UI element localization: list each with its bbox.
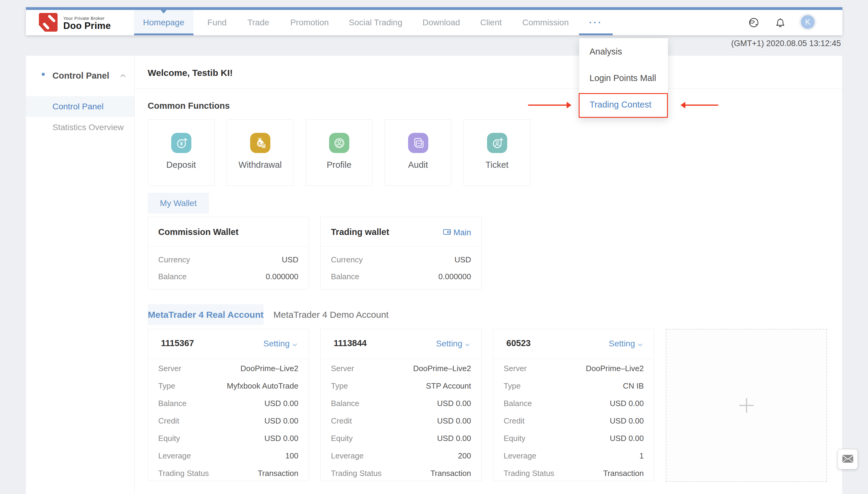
setting-dropdown-button[interactable]: Setting xyxy=(436,339,470,348)
row-value: USD 0.00 xyxy=(610,416,644,425)
row-label: Leverage xyxy=(158,451,191,460)
row-value: USD 0.00 xyxy=(437,416,471,425)
account-number: 1115367 xyxy=(161,338,194,348)
row-value: 100 xyxy=(285,451,298,460)
top-nav-bar: Your Private Broker Doo Prime Homepage F… xyxy=(26,7,843,35)
sidebar-item-control-panel[interactable]: Control Panel xyxy=(26,96,134,117)
function-card-profile[interactable]: Profile xyxy=(306,119,372,186)
account-card: 1115367 Setting ServerDooPrime–Live2 Typ… xyxy=(148,329,309,481)
nav-item-more-menu[interactable]: ··· xyxy=(589,10,603,35)
row-value: DooPrime–Live2 xyxy=(413,364,471,373)
contact-mail-button[interactable] xyxy=(837,449,858,469)
ticket-icon xyxy=(487,133,507,153)
setting-dropdown-button[interactable]: Setting xyxy=(263,339,297,348)
tab-mt4-demo-account[interactable]: MetaTrader 4 Demo Account xyxy=(273,304,388,325)
row-label: Trading Status xyxy=(504,469,554,478)
nav-item-promotion[interactable]: Promotion xyxy=(290,10,329,35)
function-label: Ticket xyxy=(464,160,530,170)
row-value: STP Account xyxy=(426,381,471,391)
wallet-row: Currency USD xyxy=(148,255,309,264)
nav-item-homepage[interactable]: Homepage xyxy=(143,10,184,35)
wallet-icon xyxy=(443,228,451,238)
language-globe-icon[interactable] xyxy=(749,10,759,35)
row-label: Credit xyxy=(504,416,524,425)
row-label: Leverage xyxy=(504,451,536,460)
row-label: Leverage xyxy=(331,451,364,460)
svg-text:$: $ xyxy=(258,141,261,146)
wallet-row: Balance 0.000000 xyxy=(148,272,309,281)
add-account-card[interactable] xyxy=(666,329,827,482)
row-value: 0.000000 xyxy=(266,272,298,281)
row-value: Myfxbook AutoTrade xyxy=(227,381,299,391)
row-label: Equity xyxy=(504,434,525,443)
main-link-label: Main xyxy=(453,228,471,238)
row-label: Balance xyxy=(331,399,359,408)
doo-prime-logo-icon[interactable] xyxy=(39,13,58,32)
function-card-audit[interactable]: ¥ Audit xyxy=(385,119,451,186)
tab-mt4-real-account[interactable]: MetaTrader 4 Real Account xyxy=(148,304,264,325)
withdrawal-icon: $ xyxy=(250,133,270,153)
row-label: Trading Status xyxy=(331,469,382,478)
sidebar-bullet-icon xyxy=(42,73,44,76)
row-value: 1 xyxy=(640,451,644,460)
row-value: USD xyxy=(282,255,298,264)
function-card-ticket[interactable]: Ticket xyxy=(464,119,531,186)
common-functions-title: Common Functions xyxy=(148,101,230,111)
row-label: Currency xyxy=(158,255,190,264)
row-label: Server xyxy=(504,364,527,373)
row-label: Type xyxy=(331,381,348,391)
row-label: Type xyxy=(158,381,175,391)
nav-item-download[interactable]: Download xyxy=(423,10,460,35)
row-value: USD 0.00 xyxy=(437,399,471,408)
row-label: Credit xyxy=(331,416,352,425)
sidebar-item-statistics-overview[interactable]: Statistics Overview xyxy=(26,117,134,138)
chevron-down-icon xyxy=(465,339,470,348)
row-value: USD 0.00 xyxy=(437,434,471,443)
setting-label: Setting xyxy=(436,339,462,348)
card-divider xyxy=(148,359,309,359)
row-label: Currency xyxy=(331,255,363,264)
row-label: Server xyxy=(331,364,354,373)
chevron-up-icon[interactable] xyxy=(120,73,126,79)
row-label: Balance xyxy=(158,399,187,408)
function-label: Audit xyxy=(385,160,451,170)
nav-item-fund[interactable]: Fund xyxy=(207,10,227,35)
main-wallet-link[interactable]: Main xyxy=(443,228,471,238)
commission-wallet-card: Commission Wallet Currency USD Balance 0… xyxy=(148,217,309,289)
welcome-heading: Welcome, Testib KI! xyxy=(148,68,233,78)
sidebar-group-header[interactable]: Control Panel xyxy=(52,71,109,81)
card-divider xyxy=(321,359,481,359)
row-value: Transaction xyxy=(603,469,644,478)
account-number: 1113844 xyxy=(334,338,367,348)
notification-bell-icon[interactable] xyxy=(775,10,786,35)
nav-item-client[interactable]: Client xyxy=(480,10,502,35)
row-label: Balance xyxy=(331,272,359,281)
menu-item-login-points-mall[interactable]: Login Points Mall xyxy=(579,65,668,91)
nav-item-social-trading[interactable]: Social Trading xyxy=(349,10,402,35)
row-value: USD 0.00 xyxy=(264,434,298,443)
user-avatar[interactable]: K xyxy=(801,15,815,29)
nav-accent-strip xyxy=(26,7,843,10)
card-divider xyxy=(148,246,309,247)
chevron-down-icon xyxy=(638,339,643,348)
row-label: Balance xyxy=(504,399,532,408)
menu-item-analysis[interactable]: Analysis xyxy=(579,38,668,65)
nav-item-commission[interactable]: Commission xyxy=(522,10,569,35)
row-value: CN IB xyxy=(623,381,644,391)
audit-icon: ¥ xyxy=(408,133,428,153)
function-card-withdrawal[interactable]: $ Withdrawal xyxy=(227,119,294,186)
wallet-title: Trading wallet xyxy=(331,227,389,237)
row-value: USD 0.00 xyxy=(264,416,298,425)
sidebar: Control Panel Control Panel Statistics O… xyxy=(26,56,135,494)
chevron-down-icon xyxy=(292,339,297,348)
setting-label: Setting xyxy=(263,339,290,348)
setting-dropdown-button[interactable]: Setting xyxy=(609,339,643,348)
function-label: Deposit xyxy=(148,160,214,170)
tab-my-wallet[interactable]: My Wallet xyxy=(148,193,209,213)
row-label: Balance xyxy=(158,272,187,281)
nav-item-trade[interactable]: Trade xyxy=(247,10,269,35)
row-label: Trading Status xyxy=(158,469,209,478)
function-card-deposit[interactable]: ¥ Deposit xyxy=(148,119,215,186)
row-value: Transaction xyxy=(430,469,471,478)
function-label: Withdrawal xyxy=(227,160,293,170)
